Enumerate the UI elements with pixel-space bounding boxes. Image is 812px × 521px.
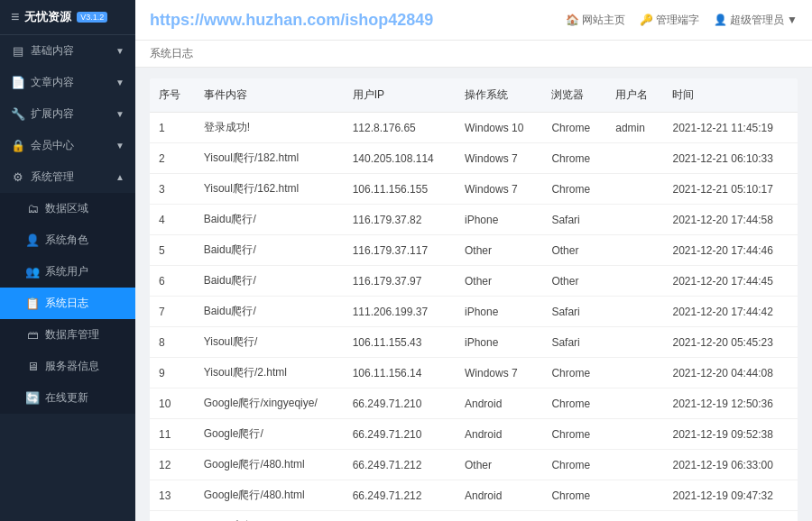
cell-os: iPhone — [456, 205, 542, 235]
cell-ip: 116.179.37.117 — [344, 235, 456, 266]
col-username: 用户名 — [606, 78, 663, 113]
table-row: 4 Baidu爬行/ 116.179.37.82 iPhone Safari 2… — [150, 205, 798, 235]
cell-id: 12 — [150, 450, 195, 480]
cell-id: 3 — [150, 174, 195, 205]
breadcrumb-current: 系统日志 — [150, 47, 193, 59]
watermark-text: https://www.huzhan.com/ishop42849 — [150, 11, 433, 30]
cell-ip: 106.11.155.43 — [344, 327, 456, 358]
cell-browser: Chrome — [542, 511, 606, 522]
cell-username: admin — [606, 113, 663, 143]
cell-browser: Other — [542, 235, 606, 266]
sidebar-item-data-manage[interactable]: 🗃 数据库管理 — [0, 319, 135, 351]
cell-username — [606, 419, 663, 450]
col-ip: 用户IP — [344, 78, 456, 113]
sidebar-item-basic-content[interactable]: ▤ 基础内容 ▼ — [0, 35, 135, 67]
expand-content-icon: 🔧 — [11, 107, 25, 121]
table-row: 6 Baidu爬行/ 116.179.37.97 Other Other 202… — [150, 266, 798, 297]
sidebar-item-server-info[interactable]: 🖥 服务器信息 — [0, 351, 135, 382]
cell-time: 2021-12-20 04:44:08 — [663, 358, 798, 388]
sidebar-item-system-user[interactable]: 👥 系统用户 — [0, 256, 135, 288]
col-os: 操作系统 — [456, 78, 542, 113]
cell-os: Windows 10 — [456, 113, 542, 143]
main-content: https://www.huzhan.com/ishop42849 🏠 网站主页… — [135, 0, 812, 521]
cell-os: Android — [456, 388, 542, 419]
header: https://www.huzhan.com/ishop42849 🏠 网站主页… — [135, 0, 812, 41]
cell-os: Android — [456, 419, 542, 450]
cell-event: Yisoul爬行/ — [195, 327, 344, 358]
cell-time: 2021-12-21 11:45:19 — [663, 113, 798, 143]
sidebar-item-expand-content[interactable]: 🔧 扩展内容 ▼ — [0, 98, 135, 130]
cell-id: 1 — [150, 113, 195, 143]
col-browser: 浏览器 — [542, 78, 606, 113]
server-info-icon: 🖥 — [25, 360, 40, 373]
header-left: https://www.huzhan.com/ishop42849 — [150, 11, 433, 30]
cell-username — [606, 205, 663, 235]
cell-event: Google爬行/xingyeqiye/ — [195, 388, 344, 419]
cell-time: 2021-12-19 12:50:36 — [663, 388, 798, 419]
cell-os: Other — [456, 450, 542, 480]
sidebar-item-text-content[interactable]: 📄 文章内容 ▼ — [0, 67, 135, 98]
cell-browser: Chrome — [542, 113, 606, 143]
cell-browser: Chrome — [542, 143, 606, 174]
sidebar-item-system-log[interactable]: 📋 系统日志 — [0, 288, 135, 319]
table-row: 1 登录成功! 112.8.176.65 Windows 10 Chrome a… — [150, 113, 798, 143]
cell-browser: Other — [542, 266, 606, 297]
cell-time: 2021-12-19 05:37:06 — [663, 511, 798, 522]
system-manage-submenu: 🗂 数据区域 👤 系统角色 👥 系统用户 📋 系统日志 🗃 数据库管理 🖥 — [0, 193, 135, 414]
cell-ip: 116.179.37.97 — [344, 266, 456, 297]
cell-os: Android — [456, 480, 542, 511]
sidebar-item-member-center[interactable]: 🔒 会员中心 ▼ — [0, 130, 135, 161]
table-row: 8 Yisoul爬行/ 106.11.155.43 iPhone Safari … — [150, 327, 798, 358]
table-row: 12 Google爬行/480.html 66.249.71.212 Other… — [150, 450, 798, 480]
system-log-icon: 📋 — [25, 297, 40, 310]
cell-time: 2021-12-20 17:44:42 — [663, 297, 798, 327]
cell-os: iPhone — [456, 327, 542, 358]
website-home-link[interactable]: 🏠 网站主页 — [566, 13, 625, 28]
cell-browser: Chrome — [542, 388, 606, 419]
data-area-icon: 🗂 — [25, 202, 40, 215]
cell-ip: 66.249.71.212 — [344, 480, 456, 511]
cell-ip: 106.11.156.14 — [344, 358, 456, 388]
cell-time: 2021-12-21 06:10:33 — [663, 143, 798, 174]
cell-browser: Chrome — [542, 450, 606, 480]
cell-time: 2021-12-19 09:47:32 — [663, 480, 798, 511]
table-body: 1 登录成功! 112.8.176.65 Windows 10 Chrome a… — [150, 113, 798, 522]
log-table: 序号 事件内容 用户IP 操作系统 浏览器 用户名 时间 1 登录成功! 112… — [150, 78, 798, 521]
content-area: 序号 事件内容 用户IP 操作系统 浏览器 用户名 时间 1 登录成功! 112… — [135, 68, 812, 521]
table-row: 14 Yisoul爬行/26.html 106.11.155.49 Window… — [150, 511, 798, 522]
cell-time: 2021-12-21 05:10:17 — [663, 174, 798, 205]
cell-event: Yisoul爬行/182.html — [195, 143, 344, 174]
cell-username — [606, 358, 663, 388]
col-event: 事件内容 — [195, 78, 344, 113]
basic-content-icon: ▤ — [11, 44, 25, 58]
sidebar-item-system-role[interactable]: 👤 系统角色 — [0, 224, 135, 256]
cell-event: 登录成功! — [195, 113, 344, 143]
cell-browser: Safari — [542, 297, 606, 327]
online-update-icon: 🔄 — [25, 391, 40, 405]
arrow-icon: ▲ — [115, 172, 125, 182]
cell-ip: 66.249.71.210 — [344, 388, 456, 419]
cell-browser: Chrome — [542, 358, 606, 388]
cell-event: Yisoul爬行/26.html — [195, 511, 344, 522]
cell-username — [606, 143, 663, 174]
sidebar-item-data-area[interactable]: 🗂 数据区域 — [0, 193, 135, 224]
cell-id: 9 — [150, 358, 195, 388]
manage-keyword-link[interactable]: 🔑 管理端字 — [640, 13, 699, 28]
table-row: 7 Baidu爬行/ 111.206.199.37 iPhone Safari … — [150, 297, 798, 327]
sidebar-item-system-manage[interactable]: ⚙ 系统管理 ▲ — [0, 161, 135, 193]
cell-username — [606, 511, 663, 522]
menu-toggle-icon[interactable]: ≡ — [11, 9, 19, 25]
sidebar-nav: ▤ 基础内容 ▼ 📄 文章内容 ▼ 🔧 扩展内容 ▼ 🔒 会员中心 ▼ ⚙ 系统… — [0, 35, 135, 521]
cell-username — [606, 235, 663, 266]
cell-username — [606, 480, 663, 511]
admin-user-link[interactable]: 👤 超级管理员 ▼ — [714, 13, 798, 28]
cell-username — [606, 297, 663, 327]
table-row: 2 Yisoul爬行/182.html 140.205.108.114 Wind… — [150, 143, 798, 174]
cell-id: 4 — [150, 205, 195, 235]
text-content-icon: 📄 — [11, 76, 25, 89]
sidebar-item-online-update[interactable]: 🔄 在线更新 — [0, 382, 135, 414]
cell-os: Other — [456, 235, 542, 266]
cell-browser: Chrome — [542, 419, 606, 450]
cell-username — [606, 174, 663, 205]
cell-id: 11 — [150, 419, 195, 450]
